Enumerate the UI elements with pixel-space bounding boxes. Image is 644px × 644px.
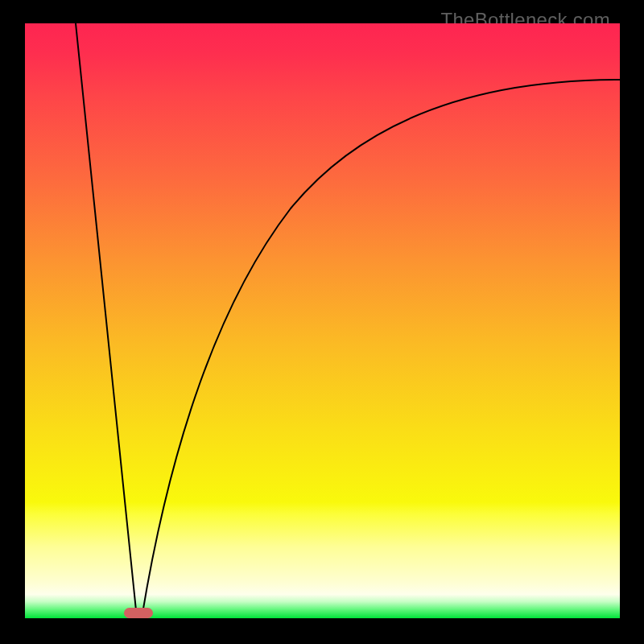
plot-outer-frame: TheBottleneck.com xyxy=(10,9,634,633)
left-descending-line xyxy=(76,23,137,618)
curve-overlay xyxy=(25,23,620,618)
vertex-marker xyxy=(124,608,153,618)
chart-canvas: TheBottleneck.com xyxy=(0,0,644,644)
right-rising-curve xyxy=(142,80,620,618)
